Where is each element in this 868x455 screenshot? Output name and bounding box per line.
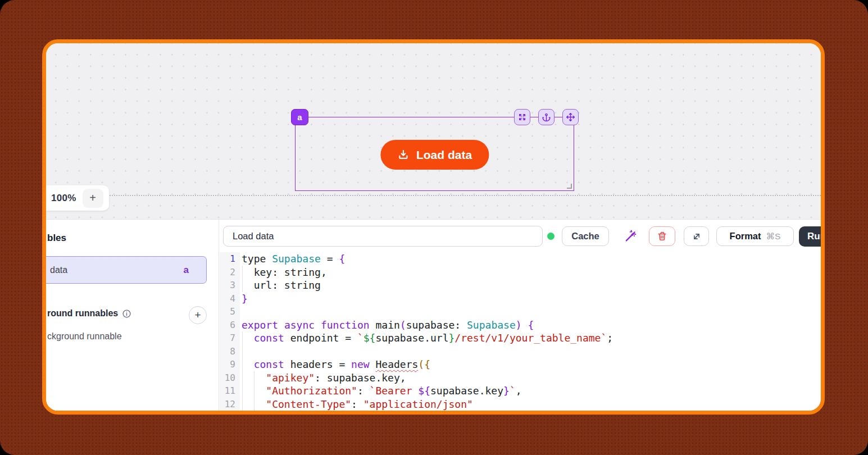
line-number: 9 — [220, 358, 235, 371]
code-lines[interactable]: type Supabase = { key: string, url: stri… — [242, 252, 821, 411]
code-editor[interactable]: 12345678910111213 type Supabase = { key:… — [220, 252, 821, 411]
background-runnables-section: round runnables — [47, 308, 131, 319]
indent-guide — [242, 266, 243, 292]
runnable-name-input[interactable] — [223, 226, 543, 247]
run-button[interactable]: Run — [799, 226, 825, 247]
code-line[interactable]: type Supabase = { — [242, 252, 821, 266]
code-line[interactable]: "Content-Type": "application/json" — [242, 398, 821, 411]
status-dot — [547, 233, 555, 240]
line-number: 3 — [220, 279, 235, 292]
magic-wand-icon — [622, 229, 637, 244]
page-background: a — [0, 0, 868, 455]
load-data-button[interactable]: Load data — [380, 140, 489, 170]
editor-toolbar: Cache — [220, 220, 821, 251]
app-builder-window: a — [42, 39, 825, 415]
code-line[interactable] — [242, 345, 821, 358]
move-handle-button[interactable] — [562, 109, 579, 125]
indent-guide — [254, 371, 255, 411]
code-editor-pane: Cache — [220, 220, 821, 411]
code-line[interactable]: "apikey": supabase.key, — [242, 371, 821, 385]
line-number: 12 — [220, 398, 235, 411]
line-number: 13 — [220, 411, 235, 415]
code-line[interactable]: export async function main(supabase: Sup… — [242, 319, 821, 332]
bottom-panel: bles data a round runnables + — [46, 219, 821, 411]
expand-icon — [517, 112, 527, 122]
line-number: 7 — [220, 331, 235, 345]
selected-component[interactable]: a — [295, 117, 574, 191]
line-number: 1 — [220, 252, 235, 266]
resize-handle[interactable] — [567, 184, 572, 189]
format-shortcut: ⌘S — [766, 231, 781, 242]
line-number: 8 — [220, 345, 235, 358]
line-number: 10 — [220, 371, 235, 385]
runnable-item-label: data — [50, 265, 67, 275]
anchor-handle-button[interactable] — [538, 109, 555, 125]
runnable-item-selected[interactable]: data a — [42, 256, 207, 284]
line-number: 11 — [220, 384, 235, 398]
code-line[interactable]: } — [242, 292, 821, 306]
component-handles — [514, 109, 579, 125]
zoom-control: 100% + — [46, 185, 109, 211]
info-icon[interactable] — [122, 309, 131, 319]
trash-icon — [657, 231, 667, 242]
expand-editor-button[interactable] — [684, 226, 709, 246]
expand-diagonal-icon — [692, 231, 702, 242]
move-icon — [566, 112, 575, 122]
line-number: 6 — [220, 319, 235, 332]
zoom-in-button[interactable]: + — [83, 189, 103, 208]
code-line[interactable]: }); — [242, 411, 821, 411]
zoom-level: 100% — [51, 193, 76, 204]
code-line[interactable] — [242, 305, 821, 319]
line-number: 2 — [220, 266, 235, 279]
add-runnable-button[interactable]: + — [189, 306, 207, 324]
ai-wand-button[interactable] — [619, 226, 640, 246]
anchor-icon — [542, 112, 551, 122]
load-data-button-label: Load data — [416, 148, 472, 162]
line-number: 4 — [220, 292, 235, 306]
format-button[interactable]: Format ⌘S — [716, 226, 794, 246]
code-line[interactable]: const headers = new Headers({ — [242, 358, 821, 371]
delete-button[interactable] — [649, 226, 675, 246]
cache-button[interactable]: Cache — [562, 226, 609, 246]
component-id-tag: a — [291, 109, 308, 125]
code-line[interactable]: key: string, — [242, 266, 821, 279]
code-line[interactable]: url: string — [242, 279, 821, 292]
expand-handle-button[interactable] — [514, 109, 530, 125]
canvas-boundary-line — [46, 195, 821, 196]
background-runnable-item[interactable]: ckground runnable — [47, 331, 122, 342]
runnable-item-badge: a — [184, 265, 189, 276]
app-canvas[interactable]: a — [46, 43, 821, 219]
code-line[interactable]: "Authorization": `Bearer ${supabase.key}… — [242, 384, 821, 398]
background-runnables-label: round runnables — [47, 308, 118, 319]
format-button-label: Format — [730, 231, 761, 242]
download-icon — [397, 149, 409, 161]
line-number-gutter: 12345678910111213 — [220, 252, 240, 411]
runnables-header: bles — [47, 233, 66, 244]
indent-guide — [242, 331, 243, 411]
line-number: 5 — [220, 305, 235, 319]
code-line[interactable]: const endpoint = `${supabase.url}/rest/v… — [242, 331, 821, 345]
runnables-sidebar: bles data a round runnables + — [46, 220, 219, 411]
